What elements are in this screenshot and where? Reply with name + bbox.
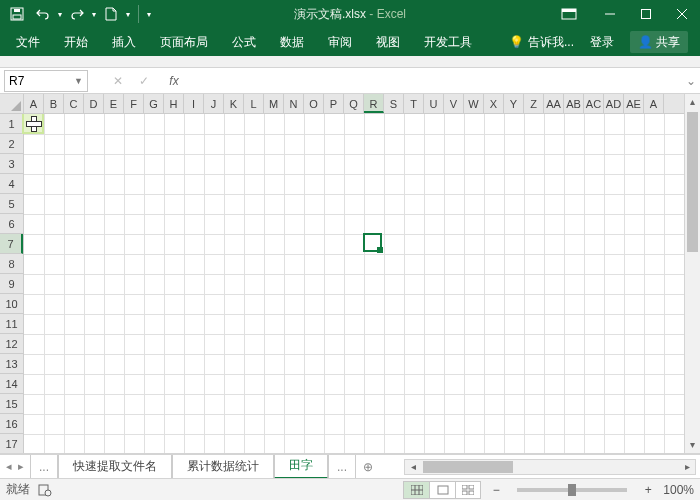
zoom-out-icon[interactable]: − (489, 483, 503, 497)
sheet-tab-2[interactable]: 田字 (274, 455, 328, 479)
active-cell[interactable] (363, 233, 382, 252)
row-header-2[interactable]: 2 (0, 134, 23, 154)
col-header-E[interactable]: E (104, 94, 124, 113)
row-header-10[interactable]: 10 (0, 294, 23, 314)
col-header-L[interactable]: L (244, 94, 264, 113)
row-header-8[interactable]: 8 (0, 254, 23, 274)
accept-formula-icon[interactable]: ✓ (132, 70, 156, 92)
col-header-R[interactable]: R (364, 94, 384, 113)
row-header-1[interactable]: 1 (0, 114, 23, 134)
scroll-down-icon[interactable]: ▾ (685, 437, 700, 453)
vscroll-thumb[interactable] (687, 112, 698, 252)
hscroll-thumb[interactable] (423, 461, 513, 473)
view-normal-icon[interactable] (403, 481, 429, 499)
col-header-W[interactable]: W (464, 94, 484, 113)
maximize-button[interactable] (628, 0, 664, 28)
col-header-J[interactable]: J (204, 94, 224, 113)
col-header-AC[interactable]: AC (584, 94, 604, 113)
tab-review[interactable]: 审阅 (316, 28, 364, 56)
macro-recorder-icon[interactable] (38, 483, 52, 497)
zoom-level[interactable]: 100% (663, 483, 694, 497)
row-header-3[interactable]: 3 (0, 154, 23, 174)
col-header-AE[interactable]: AE (624, 94, 644, 113)
view-pagelayout-icon[interactable] (429, 481, 455, 499)
scroll-left-icon[interactable]: ◂ (405, 460, 421, 474)
col-header-AD[interactable]: AD (604, 94, 624, 113)
row-header-14[interactable]: 14 (0, 374, 23, 394)
zoom-slider[interactable] (517, 488, 627, 492)
sheet-tab-hidden[interactable]: ... (30, 455, 58, 479)
horizontal-scrollbar[interactable]: ◂ ▸ (404, 459, 696, 475)
expand-formula-icon[interactable]: ⌄ (682, 74, 700, 88)
namebox-dropdown-icon[interactable]: ▼ (74, 76, 83, 86)
undo-icon[interactable] (32, 3, 54, 25)
col-header-AA[interactable]: AA (544, 94, 564, 113)
close-button[interactable] (664, 0, 700, 28)
row-header-13[interactable]: 13 (0, 354, 23, 374)
col-header-X[interactable]: X (484, 94, 504, 113)
col-header-N[interactable]: N (284, 94, 304, 113)
tab-nav-next-icon[interactable]: ▸ (18, 460, 24, 473)
row-header-6[interactable]: 6 (0, 214, 23, 234)
col-header-K[interactable]: K (224, 94, 244, 113)
col-header-B[interactable]: B (44, 94, 64, 113)
col-header-G[interactable]: G (144, 94, 164, 113)
view-pagebreak-icon[interactable] (455, 481, 481, 499)
row-header-17[interactable]: 17 (0, 434, 23, 453)
tab-insert[interactable]: 插入 (100, 28, 148, 56)
signin-button[interactable]: 登录 (582, 28, 622, 56)
col-header-S[interactable]: S (384, 94, 404, 113)
row-header-9[interactable]: 9 (0, 274, 23, 294)
sheet-tab-0[interactable]: 快速提取文件名 (58, 455, 172, 479)
tab-file[interactable]: 文件 (4, 28, 52, 56)
tab-nav-prev-icon[interactable]: ◂ (6, 460, 12, 473)
add-sheet-icon[interactable]: ⊕ (356, 460, 380, 474)
row-header-16[interactable]: 16 (0, 414, 23, 434)
tell-me[interactable]: 💡告诉我... (501, 28, 582, 56)
redo-icon[interactable] (66, 3, 88, 25)
col-header-F[interactable]: F (124, 94, 144, 113)
col-header-V[interactable]: V (444, 94, 464, 113)
vertical-scrollbar[interactable]: ▴ ▾ (684, 94, 700, 453)
name-box[interactable]: R7▼ (4, 70, 88, 92)
minimize-button[interactable] (592, 0, 628, 28)
ribbon-options-icon[interactable] (554, 3, 584, 25)
qat-customize-icon[interactable]: ▾ (147, 10, 151, 19)
col-header-O[interactable]: O (304, 94, 324, 113)
row-header-12[interactable]: 12 (0, 334, 23, 354)
new-doc-icon[interactable] (100, 3, 122, 25)
col-header-A[interactable]: A (644, 94, 664, 113)
col-header-M[interactable]: M (264, 94, 284, 113)
col-header-T[interactable]: T (404, 94, 424, 113)
col-header-AB[interactable]: AB (564, 94, 584, 113)
tab-view[interactable]: 视图 (364, 28, 412, 56)
formula-bar[interactable] (190, 70, 682, 92)
col-header-H[interactable]: H (164, 94, 184, 113)
tab-data[interactable]: 数据 (268, 28, 316, 56)
sheet-tab-more[interactable]: ... (328, 455, 356, 479)
col-header-U[interactable]: U (424, 94, 444, 113)
row-header-7[interactable]: 7 (0, 234, 23, 254)
col-header-I[interactable]: I (184, 94, 204, 113)
new-dropdown-icon[interactable]: ▾ (126, 10, 130, 19)
col-header-A[interactable]: A (24, 94, 44, 113)
row-header-4[interactable]: 4 (0, 174, 23, 194)
col-header-P[interactable]: P (324, 94, 344, 113)
tab-developer[interactable]: 开发工具 (412, 28, 484, 56)
row-header-11[interactable]: 11 (0, 314, 23, 334)
col-header-Y[interactable]: Y (504, 94, 524, 113)
row-header-15[interactable]: 15 (0, 394, 23, 414)
scroll-right-icon[interactable]: ▸ (679, 460, 695, 474)
save-icon[interactable] (6, 3, 28, 25)
col-header-C[interactable]: C (64, 94, 84, 113)
select-all-corner[interactable] (0, 94, 24, 113)
tab-home[interactable]: 开始 (52, 28, 100, 56)
scroll-up-icon[interactable]: ▴ (685, 94, 700, 110)
col-header-Z[interactable]: Z (524, 94, 544, 113)
row-header-5[interactable]: 5 (0, 194, 23, 214)
col-header-D[interactable]: D (84, 94, 104, 113)
cancel-formula-icon[interactable]: ✕ (106, 70, 130, 92)
zoom-in-icon[interactable]: + (641, 483, 655, 497)
fx-icon[interactable]: fx (162, 70, 186, 92)
tab-layout[interactable]: 页面布局 (148, 28, 220, 56)
